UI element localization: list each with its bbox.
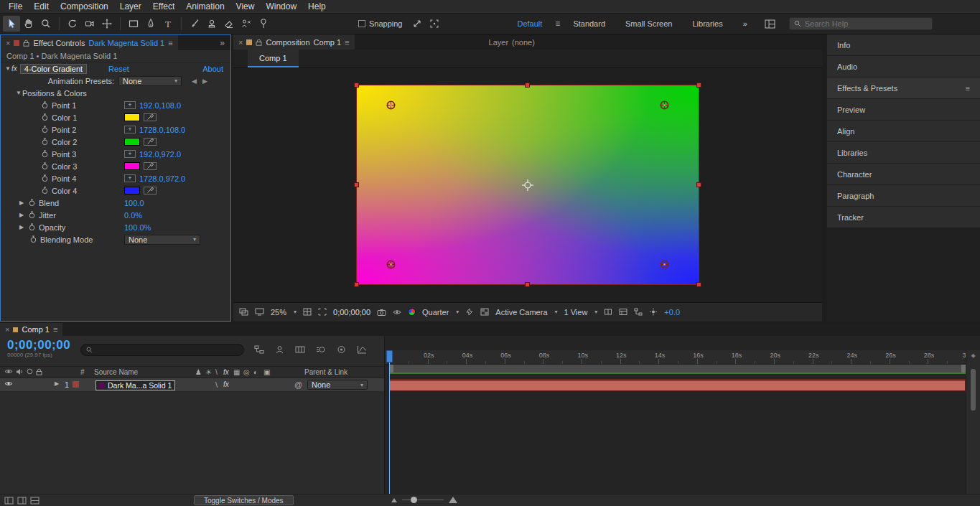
eyedropper-icon[interactable] [144,162,157,170]
layer-row-1[interactable]: ▶ 1 Dark Ma...a Solid 1 \ fx @ None▾ [0,378,384,391]
snap-options-icon[interactable] [409,16,426,32]
selection-handle[interactable] [354,182,359,187]
main-monitor-icon[interactable] [255,308,264,316]
work-area-bar[interactable] [389,365,966,373]
hand-tool[interactable] [20,16,37,32]
gradient-point-2[interactable] [659,100,670,111]
about-button[interactable]: About [202,65,223,73]
panel-preview[interactable]: Preview [827,99,980,120]
panel-libraries[interactable]: Libraries [827,142,980,163]
positions-colors-group[interactable]: ▼ Positions & Colors [1,87,230,99]
stopwatch-icon[interactable] [29,199,35,207]
param-value[interactable]: 1728.0,108.0 [139,126,185,134]
composition-viewer-stage[interactable] [233,68,822,302]
color-swatch[interactable] [124,113,140,121]
menu-edit[interactable]: Edit [28,1,55,11]
puppet-pin-tool[interactable] [255,16,272,32]
region-of-interest-icon[interactable] [318,308,327,316]
effect-name[interactable]: 4-Color Gradient [20,64,87,74]
lock-icon[interactable] [256,39,262,46]
workspace-small-screen[interactable]: Small Screen [615,19,682,28]
layer-fx-icon[interactable]: fx [223,380,229,388]
selection-tool[interactable] [3,16,20,32]
gradient-point-1[interactable] [386,100,396,111]
twirl-right-icon[interactable]: ▶ [18,200,25,206]
anchor-point-crosshair[interactable] [521,179,534,192]
rectangle-tool[interactable] [125,16,142,32]
help-search-box[interactable] [789,17,933,30]
stopwatch-icon[interactable] [42,162,48,170]
param-value[interactable]: 1728.0,972.0 [139,174,185,183]
effect-point-icon[interactable]: + [124,150,136,158]
stopwatch-icon[interactable] [29,211,35,219]
selection-handle[interactable] [525,83,530,88]
panel-overflow-icon[interactable]: » [220,38,230,48]
twirl-down-icon[interactable]: ▼ [15,90,22,96]
frame-blending-icon[interactable] [295,345,305,354]
menu-effect[interactable]: Effect [147,1,180,11]
reset-button[interactable]: Reset [108,65,129,73]
menu-composition[interactable]: Composition [55,1,114,11]
workspace-libraries[interactable]: Libraries [682,19,732,28]
threed-switch-icon[interactable]: ▣ [263,368,270,376]
panel-menu-icon[interactable]: ≡ [53,325,57,334]
color-swatch[interactable] [124,187,140,195]
stopwatch-icon[interactable] [42,113,48,121]
timeline-search-input[interactable] [96,346,238,355]
time-ruler[interactable]: 02s 04s 06s 08s 10s 12s 14s 16s 18s 20s … [385,350,966,365]
solo-column-icon[interactable] [27,368,33,375]
rotation-tool[interactable] [64,16,81,32]
panel-menu-icon[interactable]: ≡ [345,38,349,47]
zoom-out-mountain-icon[interactable] [391,497,397,502]
zoom-tool[interactable] [37,16,55,32]
expand-transfer-controls-icon[interactable] [17,497,27,505]
pixel-aspect-icon[interactable] [604,308,612,316]
menu-help[interactable]: Help [302,1,332,11]
timecode-value[interactable]: 0;00;00;00 [7,338,70,352]
menu-view[interactable]: View [230,1,261,11]
roto-brush-tool[interactable] [238,16,255,32]
expand-layer-switches-icon[interactable] [4,497,14,505]
layer-name[interactable]: Dark Ma...a Solid 1 [108,381,172,390]
panel-tracker[interactable]: Tracker [827,207,980,228]
flowchart-button-icon[interactable] [634,308,643,316]
stopwatch-icon[interactable] [42,138,48,146]
resolution-dropdown[interactable]: Quarter▾ [422,308,459,317]
gradient-point-3[interactable] [386,259,396,270]
panel-align[interactable]: Align [827,121,980,141]
param-value[interactable]: 100.0% [124,223,151,232]
reset-exposure-icon[interactable] [649,308,658,316]
panel-character[interactable]: Character [827,164,980,184]
eyedropper-icon[interactable] [144,187,157,195]
pan-behind-tool[interactable] [98,16,116,32]
snapping-checkbox[interactable] [358,20,365,27]
current-time-indicator-line[interactable] [389,350,390,494]
selection-handle[interactable] [696,282,701,287]
stopwatch-icon[interactable] [29,223,35,231]
menu-window[interactable]: Window [260,1,302,11]
panel-audio[interactable]: Audio [827,56,980,77]
timeline-track-area[interactable]: 02s 04s 06s 08s 10s 12s 14s 16s 18s 20s … [384,336,980,494]
close-icon[interactable]: × [238,38,243,47]
stopwatch-icon[interactable] [42,150,48,158]
adjustment-switch-icon[interactable]: ◐ [253,368,258,376]
eyedropper-icon[interactable] [144,138,157,146]
panel-effects-presets[interactable]: Effects & Presets≡ [827,78,980,98]
audio-column-icon[interactable] [16,368,23,375]
color-swatch[interactable] [124,162,140,170]
zoom-in-mountain-icon[interactable] [449,496,457,503]
viewer-timecode[interactable]: 0;00;00;00 [333,308,370,317]
effect-point-icon[interactable]: + [124,174,136,182]
camera-tool[interactable] [81,16,98,32]
source-name-column[interactable]: Source Name [94,368,138,376]
layer-twirl-icon[interactable]: ▶ [53,380,60,387]
toggle-switches-modes-button[interactable]: Toggle Switches / Modes [194,495,294,505]
composition-canvas[interactable] [357,85,699,284]
layer-number-column[interactable]: # [80,368,85,376]
zoom-slider-knob[interactable] [411,497,417,503]
layer-label-color[interactable] [73,381,79,388]
expand-in-out-panes-icon[interactable] [30,497,39,505]
lock-column-icon[interactable] [36,368,42,375]
current-time-display[interactable]: 0;00;00;00 00000 (29.97 fps) [7,338,70,358]
motion-blur-icon[interactable] [316,345,326,354]
